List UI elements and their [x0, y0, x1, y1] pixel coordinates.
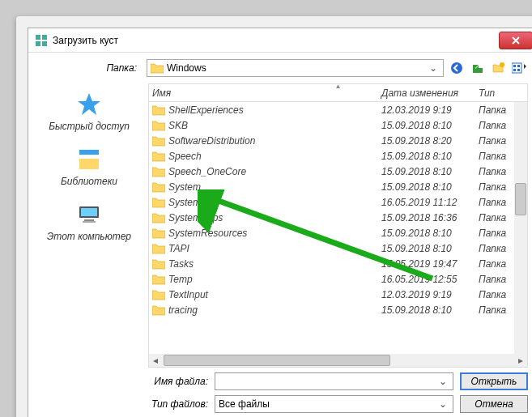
- file-date: 15.09.2018 8:10: [381, 151, 479, 162]
- column-headers[interactable]: ▲ Имя Дата изменения Тип: [149, 84, 527, 102]
- place-quick-access[interactable]: Быстрый доступ: [49, 91, 130, 132]
- file-list: ▲ Имя Дата изменения Тип ShellExperience…: [148, 83, 528, 368]
- file-name: SKB: [168, 120, 381, 131]
- place-libraries[interactable]: Библиотеки: [61, 147, 117, 187]
- col-type[interactable]: Тип: [479, 87, 527, 99]
- list-item[interactable]: SKB15.09.2018 8:10Папка: [152, 117, 527, 133]
- file-name: SystemResources: [168, 228, 381, 239]
- list-item[interactable]: TextInput12.03.2019 9:19Папка: [152, 287, 527, 302]
- file-name: TAPI: [168, 243, 381, 254]
- up-icon: [471, 62, 484, 74]
- list-item[interactable]: Tasks15.05.2019 19:47Папка: [152, 256, 527, 271]
- list-item[interactable]: Speech_OneCore15.09.2018 8:10Папка: [152, 164, 527, 179]
- place-this-pc[interactable]: Этот компьютер: [47, 202, 131, 242]
- hscroll-thumb[interactable]: [164, 355, 390, 366]
- titlebar: Загрузить куст: [28, 28, 532, 53]
- scroll-left-icon[interactable]: ◂: [149, 354, 162, 367]
- list-item[interactable]: tracing15.09.2018 8:10Папка: [152, 302, 527, 317]
- file-rows: ShellExperiences12.03.2019 9:19ПапкаSKB1…: [149, 102, 527, 354]
- back-button[interactable]: [449, 60, 465, 76]
- list-item[interactable]: TAPI15.09.2018 8:10Папка: [152, 240, 527, 256]
- svg-point-5: [500, 62, 504, 67]
- svg-rect-9: [513, 69, 516, 71]
- scroll-right-icon[interactable]: ▸: [514, 354, 527, 367]
- up-button[interactable]: [470, 60, 486, 76]
- close-button[interactable]: [499, 32, 532, 49]
- cancel-button[interactable]: Отмена: [460, 395, 528, 413]
- views-button[interactable]: [512, 60, 528, 76]
- list-item[interactable]: SystemApps15.09.2018 16:36Папка: [152, 210, 527, 225]
- filetype-value: Все файлы: [219, 398, 436, 410]
- file-date: 16.05.2019 12:55: [381, 274, 479, 285]
- list-item[interactable]: Speech15.09.2018 8:10Папка: [152, 148, 527, 164]
- chevron-down-icon: ⌄: [436, 398, 449, 410]
- file-date: 15.09.2018 8:10: [381, 120, 479, 131]
- file-name: SystemApps: [168, 212, 381, 223]
- places-bar: Быстрый доступ Библиотеки Этот компьютер: [36, 83, 142, 368]
- file-date: 15.09.2018 8:10: [381, 243, 479, 254]
- svg-point-4: [451, 62, 462, 74]
- file-date: 15.09.2018 8:10: [381, 166, 479, 177]
- file-name: tracing: [168, 304, 381, 316]
- svg-rect-16: [84, 219, 94, 221]
- svg-rect-1: [42, 35, 47, 40]
- svg-rect-13: [79, 156, 99, 159]
- file-date: 15.09.2018 8:10: [381, 228, 479, 239]
- svg-rect-15: [81, 208, 97, 216]
- file-date: 15.09.2018 8:10: [381, 304, 479, 316]
- file-date: 12.03.2019 9:19: [381, 289, 479, 300]
- svg-rect-0: [36, 35, 40, 40]
- svg-rect-8: [517, 65, 520, 67]
- svg-rect-2: [36, 41, 40, 46]
- place-label: Этот компьютер: [47, 231, 131, 242]
- list-item[interactable]: SystemResources15.09.2018 8:10Папка: [152, 225, 527, 240]
- svg-rect-17: [83, 221, 96, 223]
- horizontal-scrollbar[interactable]: ◂ ▸: [149, 354, 527, 367]
- file-name: ShellExperiences: [168, 104, 381, 116]
- sort-indicator-icon: ▲: [335, 83, 342, 90]
- back-icon: [450, 62, 463, 74]
- folder-icon: [151, 62, 164, 74]
- newfolder-icon: [492, 62, 505, 74]
- file-date: 12.03.2019 9:19: [381, 104, 479, 116]
- list-item[interactable]: SoftwareDistribution15.09.2018 8:20Папка: [152, 133, 527, 148]
- computer-icon: [76, 202, 102, 228]
- folder-dropdown[interactable]: Windows ⌄: [147, 59, 444, 77]
- chevron-down-icon: ⌄: [436, 376, 449, 387]
- bottom-panel: Имя файла: ⌄ Открыть Тип файлов: Все фай…: [28, 368, 532, 417]
- chevron-down-icon: ⌄: [427, 62, 440, 74]
- svg-rect-6: [512, 63, 521, 73]
- app-icon: [35, 34, 48, 47]
- filename-input[interactable]: ⌄: [215, 372, 453, 390]
- vertical-scrollbar[interactable]: [514, 102, 527, 354]
- file-name: SoftwareDistribution: [168, 135, 381, 147]
- list-item[interactable]: System15.09.2018 8:10Папка: [152, 179, 527, 194]
- svg-rect-3: [42, 41, 47, 46]
- list-item[interactable]: ShellExperiences12.03.2019 9:19Папка: [152, 102, 527, 117]
- file-name: Speech_OneCore: [168, 166, 381, 177]
- col-name[interactable]: Имя: [152, 87, 381, 99]
- dialog-title: Загрузить куст: [53, 35, 499, 46]
- views-icon: [512, 62, 528, 74]
- svg-rect-10: [517, 69, 520, 71]
- star-icon: [76, 91, 102, 117]
- file-name: TextInput: [168, 289, 381, 300]
- scroll-thumb[interactable]: [515, 183, 526, 215]
- open-button[interactable]: Открыть: [460, 372, 528, 390]
- file-name: Tasks: [168, 258, 381, 270]
- list-item[interactable]: Temp16.05.2019 12:55Папка: [152, 271, 527, 287]
- list-item[interactable]: System3216.05.2019 11:12Папка: [152, 194, 527, 210]
- place-label: Быстрый доступ: [49, 121, 130, 132]
- folder-row: Папка: Windows ⌄: [28, 53, 532, 83]
- folder-label: Папка:: [36, 62, 142, 74]
- col-date[interactable]: Дата изменения: [381, 87, 479, 99]
- folder-selected: Windows: [167, 62, 427, 74]
- newfolder-button[interactable]: [491, 60, 507, 76]
- place-label: Библиотеки: [61, 176, 117, 187]
- open-dialog: Загрузить куст Папка: Windows ⌄ Быстрый …: [28, 28, 532, 417]
- libraries-icon: [76, 147, 102, 172]
- file-name: Temp: [168, 274, 381, 285]
- file-date: 15.09.2018 8:20: [381, 135, 479, 147]
- filetype-label: Тип файлов:: [36, 398, 208, 410]
- filetype-dropdown[interactable]: Все файлы ⌄: [215, 395, 453, 413]
